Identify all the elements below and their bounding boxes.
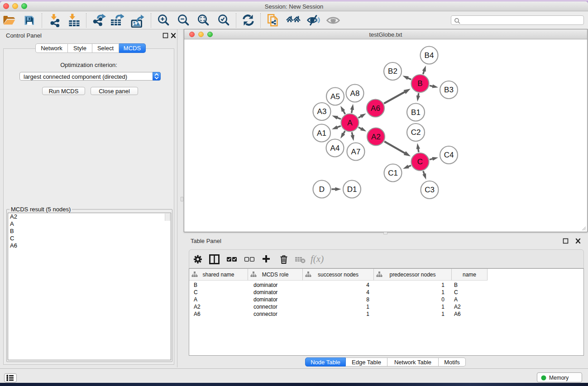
- svg-text:D1: D1: [347, 185, 357, 194]
- svg-text:A5: A5: [330, 92, 340, 101]
- svg-text:B1: B1: [411, 108, 421, 117]
- svg-text:B3: B3: [444, 86, 454, 94]
- svg-text:C4: C4: [444, 151, 454, 159]
- svg-text:A1: A1: [317, 129, 326, 138]
- svg-text:C2: C2: [411, 128, 421, 137]
- svg-text:B4: B4: [425, 51, 434, 60]
- svg-text:C3: C3: [425, 186, 435, 194]
- svg-text:A7: A7: [351, 148, 361, 156]
- svg-text:A3: A3: [317, 107, 327, 116]
- svg-text:A2: A2: [371, 133, 381, 141]
- svg-text:B: B: [417, 79, 422, 88]
- svg-text:A4: A4: [330, 144, 340, 152]
- svg-text:D: D: [319, 185, 325, 194]
- svg-text:B2: B2: [388, 67, 397, 76]
- svg-text:C: C: [417, 157, 423, 166]
- svg-text:A6: A6: [371, 104, 380, 113]
- svg-text:A: A: [347, 119, 353, 127]
- svg-text:A8: A8: [350, 89, 360, 98]
- svg-text:C1: C1: [388, 169, 398, 177]
